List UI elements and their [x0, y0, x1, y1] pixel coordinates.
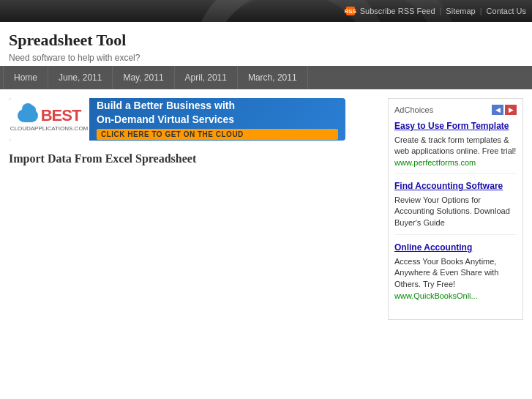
- ad-nav-buttons: ◀ ▶: [492, 105, 517, 115]
- ad-link-3[interactable]: Online Accounting: [394, 242, 517, 254]
- ad-url-1[interactable]: www.perfectforms.com: [394, 158, 517, 167]
- title-area: Spreadsheet Tool Need software to help w…: [0, 22, 532, 66]
- banner-logo: BEST CLOUDAPPLICATIONS.COM: [9, 98, 89, 141]
- nav-bar: HomeJune, 2011May, 2011April, 2011March,…: [0, 66, 532, 89]
- nav-item-march--2011[interactable]: March, 2011: [238, 66, 308, 89]
- ad-choices-label: AdChoices: [394, 105, 433, 114]
- header-top-bar: RSS Subscribe RSS Feed | Sitemap | Conta…: [0, 0, 532, 22]
- article-title: Import Data From Excel Spreadsheet: [9, 152, 379, 165]
- header-links: RSS Subscribe RSS Feed | Sitemap | Conta…: [346, 7, 526, 15]
- sitemap-link[interactable]: Sitemap: [446, 7, 475, 15]
- main-content: BEST CLOUDAPPLICATIONS.COM Build a Bette…: [0, 89, 532, 329]
- nav-item-june--2011[interactable]: June, 2011: [48, 66, 113, 89]
- ad-desc-1: Create & track form templates & web appl…: [394, 135, 517, 157]
- ad-item-3: Online Accounting Access Your Books Anyt…: [394, 242, 517, 306]
- sidebar: AdChoices ◀ ▶ Easy to Use Form Template …: [388, 98, 523, 320]
- ad-link-2[interactable]: Find Accounting Software: [394, 181, 517, 193]
- rss-icon: RSS: [346, 7, 355, 15]
- nav-item-april--2011[interactable]: April, 2011: [175, 66, 238, 89]
- ad-desc-3: Access Your Books Anytime, Anywhere & Ev…: [394, 256, 517, 290]
- rss-feed-link[interactable]: Subscribe RSS Feed: [360, 7, 435, 15]
- banner-logo-url: CLOUDAPPLICATIONS.COM: [10, 125, 89, 132]
- ad-panel: AdChoices ◀ ▶ Easy to Use Form Template …: [388, 98, 523, 320]
- cloud-icon: [18, 109, 38, 122]
- site-subtitle: Need software to help with excel?: [9, 53, 523, 63]
- nav-item-may--2011[interactable]: May, 2011: [113, 66, 174, 89]
- banner-text: Build a Better Business withOn-Demand Vi…: [89, 98, 345, 141]
- ad-item-2: Find Accounting Software Review Your Opt…: [394, 181, 517, 235]
- ad-next-button[interactable]: ▶: [505, 105, 517, 115]
- banner-headline: Build a Better Business withOn-Demand Vi…: [97, 99, 338, 125]
- banner-ad[interactable]: BEST CLOUDAPPLICATIONS.COM Build a Bette…: [9, 98, 345, 141]
- nav-item-home[interactable]: Home: [3, 66, 48, 89]
- ad-item-1: Easy to Use Form Template Create & track…: [394, 121, 517, 174]
- banner-cta[interactable]: CLICK HERE TO GET ON THE CLOUD: [97, 129, 338, 140]
- ad-desc-2: Review Your Options for Accounting Solut…: [394, 195, 517, 228]
- content-left: BEST CLOUDAPPLICATIONS.COM Build a Bette…: [9, 98, 379, 320]
- ad-prev-button[interactable]: ◀: [492, 105, 503, 115]
- ad-url-3[interactable]: www.QuickBooksOnli...: [394, 291, 517, 300]
- banner-logo-best: BEST: [41, 108, 81, 124]
- site-title: Spreadsheet Tool: [9, 31, 523, 50]
- ad-choices-row: AdChoices ◀ ▶: [394, 105, 517, 115]
- ad-link-1[interactable]: Easy to Use Form Template: [394, 121, 517, 133]
- contact-link[interactable]: Contact Us: [487, 7, 526, 15]
- banner-logo-top: BEST: [18, 108, 81, 124]
